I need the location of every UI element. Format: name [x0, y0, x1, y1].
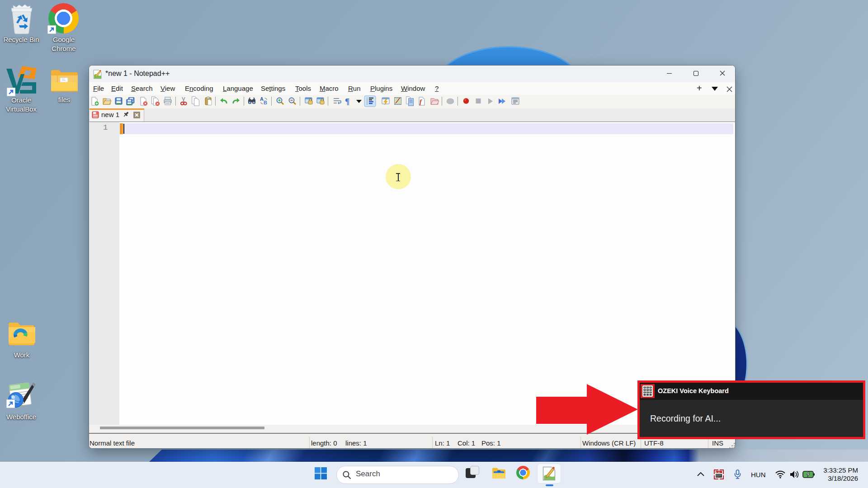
svg-text:¶: ¶	[345, 97, 349, 106]
svg-text:A: A	[260, 96, 264, 102]
svg-text:B: B	[264, 100, 267, 105]
